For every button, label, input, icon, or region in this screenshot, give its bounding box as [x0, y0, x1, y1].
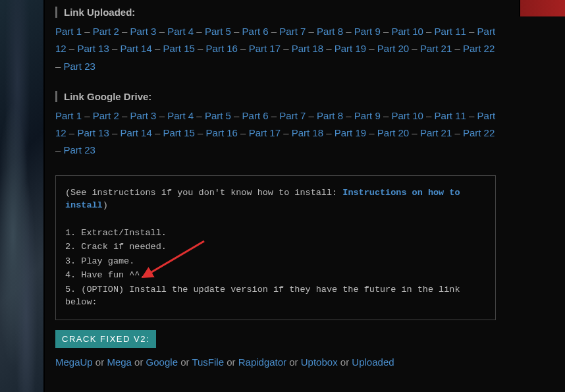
part-separator: –: [366, 127, 377, 138]
part-link[interactable]: Part 11: [435, 110, 466, 121]
mirror-link[interactable]: TusFile: [192, 356, 224, 368]
part-separator: –: [409, 43, 420, 54]
mirror-link[interactable]: Mega: [107, 356, 132, 368]
mirror-link[interactable]: Uploaded: [352, 356, 394, 368]
part-link[interactable]: Part 3: [130, 110, 156, 121]
part-separator: –: [423, 26, 435, 37]
mirror-links: MegaUp or Mega or Google or TusFile or R…: [55, 356, 496, 368]
part-link[interactable]: Part 8: [317, 110, 343, 121]
part-separator: –: [67, 127, 78, 138]
part-link[interactable]: Part 7: [279, 26, 306, 37]
part-link[interactable]: Part 5: [205, 26, 231, 37]
part-link[interactable]: Part 17: [249, 43, 281, 54]
mirror-separator: or: [132, 356, 146, 368]
part-link[interactable]: Part 19: [335, 127, 366, 138]
part-separator: –: [194, 110, 205, 121]
part-link[interactable]: Part 2: [93, 110, 119, 121]
part-separator: –: [366, 43, 377, 54]
instruction-step: 1. Extract/Install.: [65, 227, 486, 240]
part-separator: –: [195, 43, 206, 54]
part-separator: –: [156, 26, 167, 37]
part-link[interactable]: Part 1: [55, 110, 82, 121]
part-separator: –: [231, 110, 242, 121]
part-link[interactable]: Part 18: [292, 127, 323, 138]
part-separator: –: [109, 127, 121, 138]
part-link[interactable]: Part 20: [377, 127, 409, 138]
part-link[interactable]: Part 9: [354, 26, 381, 37]
part-separator: –: [119, 26, 130, 37]
part-link[interactable]: Part 6: [242, 26, 269, 37]
gdrive-parts-list: Part 1 – Part 2 – Part 3 – Part 4 – Part…: [55, 107, 496, 159]
part-link[interactable]: Part 4: [167, 26, 194, 37]
part-separator: –: [55, 61, 64, 72]
part-separator: –: [238, 127, 249, 138]
part-separator: –: [423, 110, 435, 121]
instruction-step: 3. Play game.: [65, 255, 486, 268]
mirror-link[interactable]: MegaUp: [55, 356, 93, 368]
part-separator: –: [82, 110, 93, 121]
part-link[interactable]: Part 13: [77, 43, 109, 54]
part-separator: –: [194, 26, 205, 37]
part-separator: –: [238, 43, 249, 54]
part-link[interactable]: Part 8: [317, 26, 343, 37]
part-link[interactable]: Part 20: [377, 43, 409, 54]
uploaded-label: Link Uploaded:: [55, 7, 496, 18]
part-link[interactable]: Part 22: [463, 43, 495, 54]
instructions-suffix: ): [103, 200, 108, 210]
part-link[interactable]: Part 6: [242, 110, 269, 121]
gdrive-label: Link Google Drive:: [55, 91, 496, 102]
part-link[interactable]: Part 22: [463, 127, 495, 138]
part-link[interactable]: Part 9: [354, 110, 381, 121]
part-link[interactable]: Part 1: [55, 26, 82, 37]
part-link[interactable]: Part 7: [279, 110, 306, 121]
mirror-link[interactable]: Google: [146, 356, 178, 368]
part-separator: –: [231, 26, 242, 37]
part-separator: –: [466, 110, 477, 121]
instruction-step: 5. (OPTION) Install the update version i…: [65, 283, 486, 309]
background-right-art: [519, 0, 565, 16]
mirror-link[interactable]: Uptobox: [301, 356, 338, 368]
crack-fixed-button[interactable]: CRACK FIXED V2:: [55, 330, 156, 348]
part-link[interactable]: Part 4: [167, 110, 194, 121]
part-separator: –: [119, 110, 130, 121]
part-link[interactable]: Part 21: [420, 43, 452, 54]
part-link[interactable]: Part 18: [292, 43, 323, 54]
part-link[interactable]: Part 23: [64, 61, 95, 72]
part-separator: –: [452, 127, 463, 138]
part-separator: –: [343, 110, 354, 121]
mirror-separator: or: [338, 356, 352, 368]
mirror-separator: or: [224, 356, 238, 368]
uploaded-parts-list: Part 1 – Part 2 – Part 3 – Part 4 – Part…: [55, 23, 496, 75]
part-separator: –: [67, 43, 78, 54]
part-link[interactable]: Part 17: [249, 127, 281, 138]
part-separator: –: [409, 127, 420, 138]
part-link[interactable]: Part 15: [163, 127, 195, 138]
part-separator: –: [381, 110, 392, 121]
part-link[interactable]: Part 11: [435, 26, 466, 37]
part-link[interactable]: Part 23: [64, 144, 95, 155]
part-link[interactable]: Part 3: [130, 26, 156, 37]
part-separator: –: [452, 43, 463, 54]
part-link[interactable]: Part 14: [120, 43, 151, 54]
part-link[interactable]: Part 13: [77, 127, 109, 138]
part-separator: –: [306, 26, 317, 37]
part-link[interactable]: Part 2: [93, 26, 119, 37]
part-separator: –: [306, 110, 317, 121]
instructions-box: (See instructions if you don't know how …: [55, 175, 496, 321]
part-link[interactable]: Part 10: [391, 26, 423, 37]
main-content: Link Uploaded: Part 1 – Part 2 – Part 3 …: [55, 0, 496, 392]
part-link[interactable]: Part 5: [205, 110, 231, 121]
part-link[interactable]: Part 21: [420, 127, 452, 138]
part-link[interactable]: Part 15: [163, 43, 195, 54]
instructions-intro: (See instructions if you don't know how …: [65, 186, 486, 212]
part-link[interactable]: Part 14: [120, 127, 151, 138]
part-link[interactable]: Part 16: [206, 43, 238, 54]
part-link[interactable]: Part 19: [335, 43, 366, 54]
part-link[interactable]: Part 10: [391, 110, 423, 121]
part-separator: –: [195, 127, 206, 138]
mirror-link[interactable]: Rapidgator: [238, 356, 286, 368]
part-separator: –: [109, 43, 121, 54]
part-separator: –: [381, 26, 392, 37]
part-separator: –: [323, 127, 335, 138]
part-link[interactable]: Part 16: [206, 127, 238, 138]
